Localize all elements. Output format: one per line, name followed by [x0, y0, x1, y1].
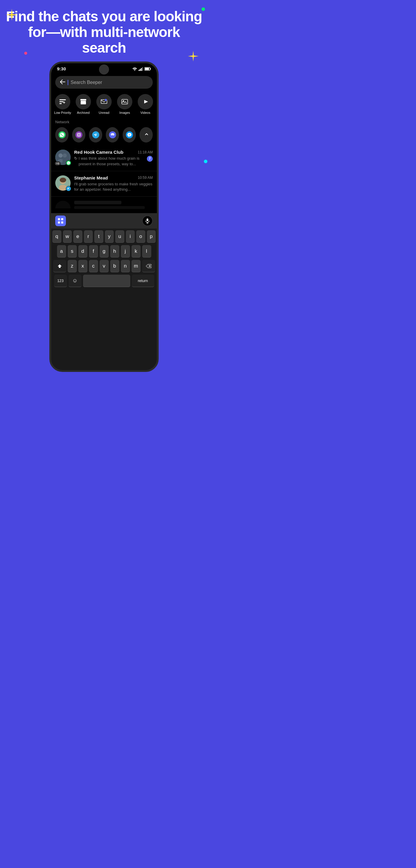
chat-preview-text-stephanie: I'll grab some groceries to make fresh v…: [74, 182, 153, 192]
svg-point-26: [111, 134, 112, 135]
key-c[interactable]: c: [89, 260, 98, 272]
key-space[interactable]: [83, 275, 130, 287]
svg-rect-38: [58, 218, 60, 220]
chat-name-stephanie: Stephanie Mead: [74, 175, 108, 180]
partial-avatar: [55, 201, 71, 209]
key-return[interactable]: return: [132, 275, 154, 287]
svg-rect-0: [138, 70, 139, 71]
wifi-icon: [132, 67, 137, 71]
partial-preview-placeholder: [74, 206, 145, 209]
chat-preview-stephanie: I'll grab some groceries to make fresh v…: [74, 182, 153, 192]
chat-avatar-stephanie: [55, 175, 71, 191]
chat-content-red-hook: Red Hook Camera Club 11:18 AM ↻ I was th…: [74, 150, 153, 166]
key-j[interactable]: j: [121, 245, 130, 257]
network-instagram[interactable]: [72, 127, 85, 143]
svg-point-28: [126, 131, 133, 138]
svg-marker-17: [144, 100, 148, 103]
search-cursor: [68, 80, 68, 85]
header-title: Find the chats you are looking for—with …: [6, 9, 202, 56]
svg-rect-8: [59, 101, 64, 102]
key-u[interactable]: u: [115, 230, 124, 243]
network-whatsapp[interactable]: [55, 127, 68, 143]
videos-icon-circle: [138, 94, 153, 110]
svg-rect-9: [59, 103, 62, 104]
filter-videos[interactable]: Videos: [137, 94, 154, 115]
dot-decoration-pink: [24, 52, 27, 55]
telegram-network-badge: [66, 186, 71, 191]
svg-point-14: [105, 99, 107, 101]
images-label: Images: [119, 111, 130, 115]
svg-point-37: [60, 178, 66, 182]
svg-rect-40: [58, 221, 60, 223]
key-b[interactable]: b: [110, 260, 119, 272]
network-messenger[interactable]: [123, 127, 136, 143]
key-t[interactable]: t: [94, 230, 103, 243]
filter-row: Low Priority Archived: [51, 92, 157, 117]
low-priority-icon-circle: [55, 94, 70, 110]
keyboard-mic-button[interactable]: [142, 216, 153, 226]
archived-icon-circle: [76, 94, 91, 110]
svg-point-27: [113, 134, 114, 135]
svg-rect-39: [61, 218, 63, 220]
network-section-label: Network: [55, 120, 153, 124]
chat-list: +8 Red Hook Camera Club 11:18 AM ↻ I was…: [51, 146, 157, 213]
svg-rect-41: [61, 221, 63, 223]
chat-item-red-hook[interactable]: +8 Red Hook Camera Club 11:18 AM ↻ I was…: [51, 146, 157, 171]
key-emoji[interactable]: ☺: [68, 275, 82, 287]
key-h[interactable]: h: [110, 245, 119, 257]
key-s[interactable]: s: [68, 245, 77, 257]
key-q[interactable]: q: [52, 230, 61, 243]
key-n[interactable]: n: [121, 260, 130, 272]
filter-unread[interactable]: Unread: [95, 94, 113, 115]
key-backspace[interactable]: [142, 260, 155, 272]
network-more[interactable]: [139, 127, 153, 143]
key-o[interactable]: o: [136, 230, 146, 243]
key-m[interactable]: m: [131, 260, 141, 272]
key-f[interactable]: f: [89, 245, 98, 257]
svg-rect-5: [150, 68, 151, 69]
key-shift[interactable]: [53, 260, 66, 272]
key-y[interactable]: y: [105, 230, 114, 243]
filter-images[interactable]: Images: [116, 94, 133, 115]
images-icon-circle: [117, 94, 132, 110]
keyboard-grid-button[interactable]: [55, 216, 66, 226]
chat-time-red-hook: 11:18 AM: [138, 150, 153, 154]
keyboard-row-3: z x c v b n m: [52, 260, 156, 272]
search-bar: Search Beeper: [51, 73, 157, 92]
key-g[interactable]: g: [100, 245, 109, 257]
key-k[interactable]: k: [131, 245, 141, 257]
search-back-button[interactable]: [60, 79, 65, 86]
key-e[interactable]: e: [73, 230, 83, 243]
key-p[interactable]: p: [147, 230, 156, 243]
unread-label: Unread: [99, 111, 109, 115]
chat-header-row-stephanie: Stephanie Mead 10:59 AM: [74, 175, 153, 180]
key-v[interactable]: v: [100, 260, 109, 272]
key-a[interactable]: a: [57, 245, 66, 257]
svg-rect-12: [83, 102, 84, 102]
filter-low-priority[interactable]: Low Priority: [54, 94, 71, 115]
phone-frame: 9:30: [49, 61, 159, 372]
network-telegram[interactable]: [89, 127, 102, 143]
chat-header-row-red-hook: Red Hook Camera Club 11:18 AM: [74, 150, 153, 155]
key-w[interactable]: w: [63, 230, 72, 243]
svg-rect-6: [145, 68, 149, 70]
key-r[interactable]: r: [84, 230, 93, 243]
chat-preview-text-red-hook: I was think about how much grain is pres…: [78, 156, 146, 166]
svg-rect-42: [147, 218, 148, 221]
key-numbers[interactable]: 123: [54, 275, 67, 287]
search-input-wrap[interactable]: Search Beeper: [55, 76, 153, 89]
unread-badge-red-hook: 7: [147, 156, 153, 161]
chat-preview-red-hook: ↻ I was think about how much grain is pr…: [74, 156, 153, 166]
key-d[interactable]: d: [78, 245, 88, 257]
low-priority-label: Low Priority: [54, 111, 71, 115]
key-i[interactable]: i: [126, 230, 135, 243]
chat-item-stephanie[interactable]: Stephanie Mead 10:59 AM I'll grab some g…: [51, 171, 157, 196]
dot-decoration-cyan: [204, 160, 207, 163]
keyboard-row-2: a s d f g h j k l: [52, 245, 156, 257]
key-z[interactable]: z: [68, 260, 77, 272]
key-x[interactable]: x: [78, 260, 88, 272]
network-discord[interactable]: [106, 127, 119, 143]
filter-archived[interactable]: Archived: [75, 94, 92, 115]
svg-rect-2: [141, 68, 142, 71]
key-l[interactable]: l: [142, 245, 151, 257]
